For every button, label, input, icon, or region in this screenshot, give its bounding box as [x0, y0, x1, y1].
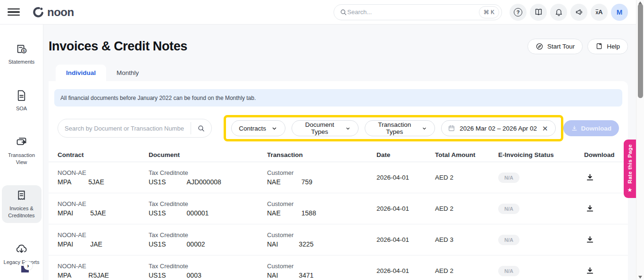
- transaction-number: NAI3471: [267, 272, 376, 279]
- document-cell: Tax Creditnote US1S00002: [149, 231, 267, 248]
- sidebar-item-label: Transaction View: [3, 152, 41, 166]
- info-banner-text: All financial documents before January 2…: [60, 95, 256, 101]
- help-button[interactable]: Help: [587, 39, 628, 54]
- download-cell: [584, 234, 623, 246]
- rate-this-page-ribbon[interactable]: Rate this Page ★: [624, 140, 636, 198]
- noon-crescent-icon: [31, 5, 45, 19]
- transaction-type: Customer: [267, 231, 376, 239]
- language-button[interactable]: xA: [591, 4, 608, 21]
- amount-cell: AED 3: [435, 236, 498, 243]
- rate-this-page-label: Rate this Page: [627, 144, 633, 183]
- col-document: Document: [149, 151, 267, 158]
- status-badge: N/A: [498, 266, 519, 276]
- table-header: Contract Document Transaction Date Total…: [49, 148, 628, 162]
- sidebar-item-soa[interactable]: SOA: [2, 85, 42, 116]
- contract-number: MPAR5JAE: [58, 272, 149, 279]
- search-icon: [340, 8, 347, 16]
- star-icon: ★: [627, 187, 633, 193]
- transaction-cards-icon: [15, 136, 28, 148]
- docs-button[interactable]: [530, 4, 547, 21]
- download-cell: [584, 265, 623, 277]
- scrollbar-down-arrow[interactable]: [638, 276, 642, 279]
- date-range-filter[interactable]: 2026 Mar 02 – 2026 Apr 02 ✕: [441, 120, 555, 136]
- row-download-button[interactable]: [585, 234, 597, 245]
- row-download-button[interactable]: [585, 265, 597, 276]
- download-button[interactable]: Download: [563, 120, 619, 136]
- user-avatar[interactable]: M: [611, 4, 628, 21]
- document-search: [58, 119, 212, 138]
- topbar-icons: ? xA M: [510, 4, 628, 21]
- table-body: NOON-AE MPA5JAE Tax Creditnote US1SAJD00…: [49, 162, 628, 280]
- sidebar-item-invoices-creditnotes[interactable]: Invoices & Creditnotes: [2, 185, 42, 223]
- help-circle-button[interactable]: ?: [510, 4, 527, 21]
- document-types-filter[interactable]: Document Types: [292, 120, 359, 136]
- sidebar-item-label: Invoices & Creditnotes: [3, 205, 41, 219]
- page-scrollbar[interactable]: [636, 0, 644, 280]
- row-download-button[interactable]: [585, 172, 597, 183]
- menu-icon[interactable]: [8, 6, 20, 18]
- contract-type: NOON-AE: [58, 263, 149, 270]
- search-icon: [197, 124, 205, 132]
- download-label: Download: [581, 125, 612, 132]
- contract-type: NOON-AE: [58, 169, 149, 176]
- col-date: Date: [376, 151, 435, 158]
- statement-dollar-icon: $: [15, 42, 28, 55]
- noon-logo[interactable]: noon: [31, 5, 74, 19]
- contract-type: NOON-AE: [58, 200, 149, 207]
- col-transaction: Transaction: [267, 151, 376, 158]
- download-icon: [585, 266, 594, 275]
- start-tour-label: Start Tour: [547, 43, 575, 50]
- tab-bar: Individual Monthly: [49, 65, 628, 81]
- col-contract: Contract: [58, 151, 149, 158]
- tab-individual[interactable]: Individual: [56, 65, 106, 81]
- contracts-filter[interactable]: Contracts: [231, 120, 285, 136]
- table-row: NOON-AE MPAR5JAE Tax Creditnote US1S0003…: [49, 255, 628, 280]
- date-clear-icon[interactable]: ✕: [541, 125, 549, 132]
- document-type: Tax Creditnote: [149, 263, 267, 270]
- announcements-button[interactable]: [570, 4, 587, 21]
- search-shortcut-badge: ⌘ K: [479, 6, 499, 18]
- document-number: US1SAJD000008: [149, 178, 267, 186]
- col-einvoicing-status: E-Invoicing Status: [498, 151, 584, 158]
- compass-icon: [535, 42, 544, 50]
- scrollbar-thumb[interactable]: [638, 4, 643, 98]
- row-download-button[interactable]: [585, 203, 597, 214]
- document-search-button[interactable]: [191, 122, 211, 134]
- transaction-cell: Customer NAI3225: [267, 231, 376, 248]
- transaction-cell: Customer NAI3471: [267, 263, 376, 279]
- topbar: noon ⌘ K ?: [0, 0, 644, 25]
- table-row: NOON-AE MPAI5JAE Tax Creditnote US1S0000…: [49, 193, 628, 224]
- start-tour-button[interactable]: Start Tour: [527, 39, 583, 54]
- tab-monthly[interactable]: Monthly: [106, 65, 149, 81]
- amount-cell: AED 2: [435, 267, 498, 274]
- download-icon: [585, 235, 594, 244]
- sidebar-item-label: Statements: [8, 58, 35, 66]
- chevron-down-icon: [271, 125, 278, 132]
- help-label: Help: [607, 43, 620, 50]
- logo-text: noon: [47, 6, 74, 19]
- global-search-input[interactable]: [347, 8, 479, 16]
- date-cell: 2026-04-01: [376, 267, 435, 274]
- contract-type: NOON-AE: [58, 231, 149, 239]
- sidebar-item-statements[interactable]: $ Statements: [2, 39, 42, 69]
- amount-cell: AED 2: [435, 205, 498, 212]
- document-search-input[interactable]: [58, 125, 191, 132]
- contract-number: MPAI5JAE: [58, 209, 149, 217]
- date-cell: 2026-04-01: [376, 205, 435, 212]
- status-badge: N/A: [498, 235, 519, 245]
- date-range-value: 2026 Mar 02 – 2026 Apr 02: [460, 125, 537, 132]
- transaction-types-filter-label: Transaction Types: [372, 121, 417, 135]
- document-number: US1S00002: [149, 240, 267, 248]
- chevron-down-icon: [345, 125, 351, 132]
- amount-cell: AED 2: [435, 174, 498, 181]
- contract-number: MPAIJAE: [58, 240, 149, 248]
- transaction-types-filter[interactable]: Transaction Types: [365, 120, 435, 136]
- sidebar-item-transaction-view[interactable]: Transaction View: [2, 132, 42, 170]
- download-cell: [584, 203, 623, 214]
- notifications-button[interactable]: [550, 4, 567, 21]
- col-download: Download: [584, 151, 623, 158]
- region-language-selector[interactable]: ›: [13, 257, 30, 274]
- transaction-cell: Customer NAE759: [267, 169, 376, 186]
- sidebar: $ Statements SOA Transaction View Invoic…: [0, 25, 43, 280]
- table-row: NOON-AE MPA5JAE Tax Creditnote US1SAJD00…: [49, 162, 628, 193]
